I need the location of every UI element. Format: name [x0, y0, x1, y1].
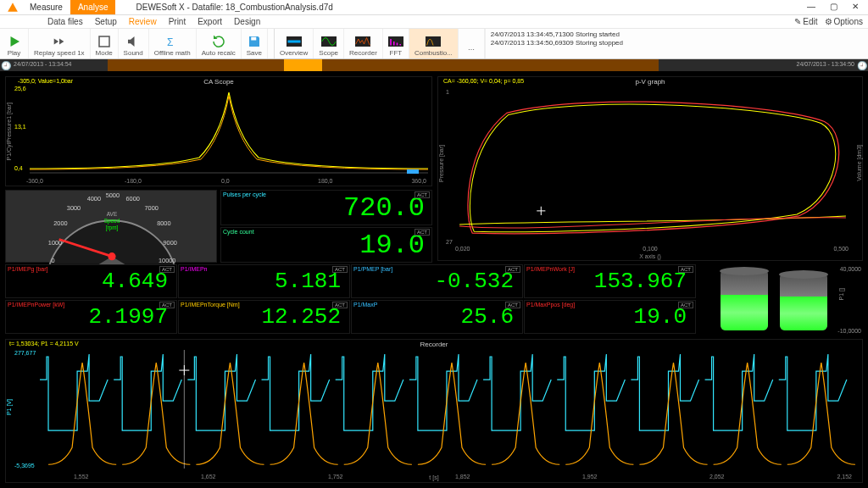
pv-xtick: 0,020: [455, 246, 470, 252]
readout-p1-imepntorque-nm-[interactable]: P1/IMEPnTorque [Nm] ACT 12.252: [178, 300, 350, 334]
speaker-icon: [125, 34, 141, 49]
readout-p1-pmep-bar-[interactable]: P1/PMEP [bar] ACT -0.532: [351, 264, 523, 298]
svg-rect-9: [393, 42, 395, 46]
readout-p1-imepnwork-j-[interactable]: P1/IMEPnWork [J] ACT 153.967: [524, 264, 696, 298]
readout-p1-imepn[interactable]: P1/IMEPn ACT 5.181: [178, 264, 350, 298]
window-minimize-button[interactable]: —: [802, 2, 821, 14]
recorder-xtick: 1,752: [328, 474, 343, 480]
clock-icon: 🕘: [856, 59, 868, 71]
pv-ytick: 27: [446, 239, 453, 245]
svg-rect-10: [397, 43, 398, 46]
svg-text:0: 0: [52, 257, 55, 264]
view-recorder-button[interactable]: Recorder: [344, 29, 383, 58]
ribbon-tab-design[interactable]: Design: [234, 17, 260, 26]
readout-p1-maxp[interactable]: P1/MaxP ACT 25.6: [351, 300, 523, 334]
recorder-xtick: 2,052: [709, 474, 725, 480]
replay-speed-control[interactable]: Replay speed 1x: [29, 29, 91, 58]
view-combustion-button[interactable]: Combustio...: [409, 29, 459, 58]
ca-ytick: 13,1: [14, 124, 26, 130]
recorder-xtick: 2,152: [837, 474, 852, 480]
ribbon-tab-review[interactable]: Review: [129, 17, 157, 26]
display-label: Cycle count: [223, 229, 254, 235]
save-button[interactable]: Save: [242, 29, 268, 58]
svg-text:5000: 5000: [106, 191, 120, 199]
display-label: Pulses per cycle: [223, 191, 266, 197]
svg-text:[rpm]: [rpm]: [106, 225, 119, 231]
ca-ytick: 25,6: [14, 86, 26, 92]
fft-icon: [388, 34, 403, 49]
svg-text:9000: 9000: [164, 239, 177, 247]
ribbon-tab-datafiles[interactable]: Data files: [47, 17, 83, 26]
act-badge: ACT: [678, 302, 693, 308]
speed-gauge-panel[interactable]: 010002000 300040005000 600070008000 9000…: [5, 190, 217, 263]
cylinder-bars-panel[interactable]: 40,0000 -10,0000 P1 []: [702, 264, 863, 336]
readout-p1-imepg-bar-[interactable]: P1/IMEPg [bar] ACT 4.649: [5, 264, 177, 298]
recorder-panel[interactable]: t= 1,53034; P1 = 4,2115 V Recorder P1 [V…: [5, 339, 863, 483]
pv-title: p-V graph: [635, 78, 665, 86]
scope-icon: [321, 34, 337, 49]
svg-text:Σ: Σ: [167, 36, 173, 48]
ca-cursor-readout: -305,0; Value=1,0bar: [18, 78, 73, 84]
readout-label: P1/MaxP: [353, 302, 377, 308]
readout-label: P1/IMEPnWork [J]: [526, 266, 575, 272]
svg-text:4000: 4000: [87, 195, 101, 202]
ribbon-tab-print[interactable]: Print: [169, 17, 186, 26]
window-close-button[interactable]: ✕: [846, 2, 865, 14]
overview-icon: [287, 34, 302, 49]
recorder-title: Recorder: [420, 341, 448, 348]
ribbon-tabs: Data files Setup Review Print Export Des…: [0, 15, 868, 29]
timeline-overview[interactable]: 🕘 24/07/2013 - 13:34:54 24/07/2013 - 13:…: [0, 59, 868, 71]
timeline-track[interactable]: [108, 59, 659, 71]
app-logo-icon: [3, 2, 22, 14]
recorder-plot: [40, 350, 855, 469]
recorder-xtick: 1,652: [201, 474, 216, 480]
act-badge: ACT: [415, 191, 430, 198]
pv-cursor-readout: CA= -360,00; V= 0,04; p= 0,85: [443, 78, 524, 84]
ca-scope-title: CA Scope: [203, 78, 234, 86]
pv-xlabel: X axis (): [639, 253, 661, 259]
speed-gauge: 010002000 300040005000 600070008000 9000…: [14, 179, 209, 272]
svg-text:8000: 8000: [157, 219, 170, 227]
ca-scope-panel[interactable]: -305,0; Value=1,0bar CA Scope P1/CylPres…: [5, 76, 432, 186]
ribbon-edit-button[interactable]: ✎ Edit: [794, 17, 817, 26]
timeline-selection[interactable]: [284, 59, 323, 71]
auto-recalc-button[interactable]: Auto recalc: [197, 29, 242, 58]
ca-xtick: 0,0: [221, 178, 230, 184]
overview-start-ts: 24/07/2013 - 13:34:54: [12, 59, 74, 71]
combustion-icon: [426, 34, 441, 49]
act-badge: ACT: [332, 302, 348, 308]
display-stage: 🕘 24/07/2013 - 13:34:54 24/07/2013 - 13:…: [0, 59, 868, 488]
play-button[interactable]: Play: [0, 29, 29, 58]
window-maximize-button[interactable]: ▢: [824, 2, 843, 14]
sound-button[interactable]: Sound: [119, 29, 149, 58]
ribbon-options-button[interactable]: ⚙ Options: [825, 17, 863, 26]
readout-p1-maxppos-deg-[interactable]: P1/MaxPpos [deg] ACT 19.0: [524, 300, 696, 334]
offline-math-button[interactable]: ΣOffline math: [149, 29, 197, 58]
readout-p1-imepnpower-kw-[interactable]: P1/IMEPnPower [kW] ACT 2.1997: [5, 300, 177, 334]
svg-text:6000: 6000: [126, 195, 140, 202]
cylinder-bar: [780, 274, 827, 330]
view-scope-button[interactable]: Scope: [314, 29, 344, 58]
act-badge: ACT: [332, 266, 348, 273]
act-badge: ACT: [159, 302, 175, 308]
view-fft-button[interactable]: FFT: [383, 29, 409, 58]
svg-rect-8: [390, 39, 392, 46]
toolbar-overflow-button[interactable]: ⋯: [459, 29, 485, 58]
recorder-ytick: -5,3695: [14, 463, 35, 469]
svg-text:3000: 3000: [67, 204, 81, 212]
mode-button[interactable]: Mode: [91, 29, 119, 58]
cylinder-bar: [721, 271, 768, 330]
mode-tab-analyse[interactable]: Analyse: [70, 0, 116, 14]
view-overview-button[interactable]: Overview: [275, 29, 314, 58]
cycle-count-display[interactable]: Cycle count ACT 19.0: [220, 227, 432, 263]
pv-xtick: 0,100: [643, 246, 658, 252]
pv-graph-panel[interactable]: CA= -360,00; V= 0,04; p= 0,85 p-V graph …: [437, 76, 863, 261]
svg-rect-0: [99, 36, 109, 47]
mode-tab-measure[interactable]: Measure: [22, 0, 70, 14]
pulses-per-cycle-display[interactable]: Pulses per cycle ACT 720.0: [220, 190, 432, 225]
act-badge: ACT: [505, 266, 520, 273]
ribbon-tab-setup[interactable]: Setup: [95, 17, 117, 26]
ribbon-tab-export[interactable]: Export: [198, 17, 222, 26]
clock-icon: 🕘: [0, 59, 12, 71]
svg-text:7000: 7000: [145, 204, 159, 212]
